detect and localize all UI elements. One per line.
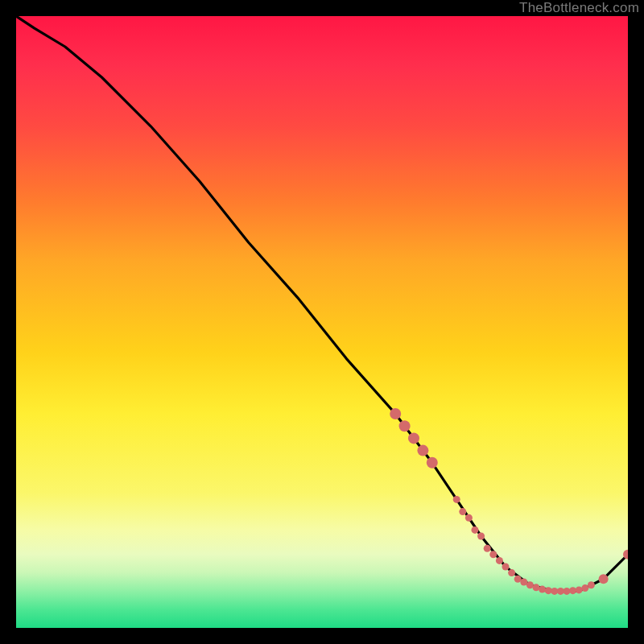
data-marker xyxy=(399,420,411,431)
data-marker xyxy=(484,545,491,552)
data-marker xyxy=(496,557,503,564)
chart-frame: TheBottleneck.com xyxy=(0,0,644,644)
data-marker xyxy=(564,588,571,595)
watermark-text: TheBottleneck.com xyxy=(519,0,639,16)
data-marker xyxy=(539,586,546,593)
data-marker xyxy=(459,508,466,515)
data-marker xyxy=(390,408,401,419)
plot-area xyxy=(16,16,628,628)
curve-layer xyxy=(16,16,628,591)
data-marker xyxy=(472,526,479,534)
chart-svg xyxy=(16,16,628,628)
marker-layer xyxy=(390,408,628,595)
data-marker xyxy=(408,432,419,444)
data-marker xyxy=(588,581,595,588)
data-marker xyxy=(427,457,438,469)
data-marker xyxy=(545,587,552,594)
data-marker xyxy=(477,533,485,540)
data-marker xyxy=(465,514,473,522)
bottleneck-curve xyxy=(16,16,628,591)
data-marker xyxy=(599,574,609,584)
data-marker xyxy=(453,496,460,503)
data-marker xyxy=(508,569,515,576)
data-marker xyxy=(417,445,428,456)
data-marker xyxy=(502,564,510,571)
data-marker xyxy=(576,586,583,593)
data-marker xyxy=(489,551,497,558)
data-marker xyxy=(569,587,576,594)
data-marker xyxy=(533,584,540,591)
